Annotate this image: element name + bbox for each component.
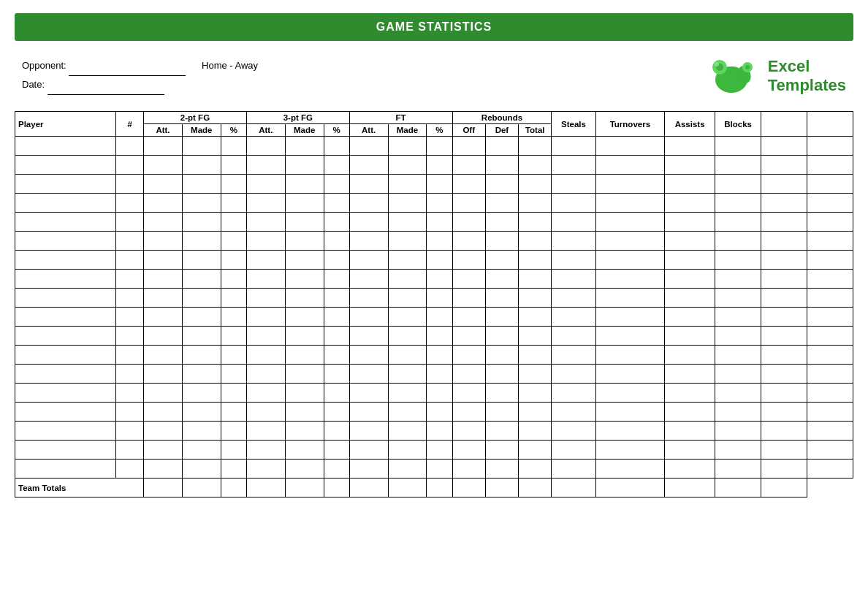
two-pt-group-header: 2-pt FG bbox=[144, 112, 247, 124]
extra-col-2 bbox=[807, 112, 853, 137]
two-pt-pct-header: % bbox=[221, 124, 246, 137]
stats-table: Player # 2-pt FG 3-pt FG FT Rebounds Ste… bbox=[15, 111, 853, 497]
reb-total-header: Total bbox=[519, 124, 552, 137]
three-pt-made-header: Made bbox=[285, 124, 324, 137]
ft-group-header: FT bbox=[349, 112, 452, 124]
ft-pct-header: % bbox=[427, 124, 452, 137]
form-fields: Opponent: Home - Away Date: bbox=[22, 57, 258, 94]
table-row bbox=[15, 251, 853, 270]
totals-label: Team Totals bbox=[15, 479, 144, 497]
table-row bbox=[15, 289, 853, 308]
three-pt-att-header: Att. bbox=[246, 124, 285, 137]
opponent-field: Opponent: Home - Away bbox=[22, 57, 258, 76]
group-header-row: Player # 2-pt FG 3-pt FG FT Rebounds Ste… bbox=[15, 112, 853, 124]
table-row bbox=[15, 365, 853, 384]
num-header: # bbox=[116, 112, 144, 137]
extra-col-1 bbox=[761, 112, 807, 137]
table-row bbox=[15, 232, 853, 251]
table-row bbox=[15, 460, 853, 479]
assists-header: Assists bbox=[665, 112, 715, 137]
page-title: GAME STATISTICS bbox=[15, 13, 853, 41]
table-row bbox=[15, 422, 853, 441]
stats-table-container: Player # 2-pt FG 3-pt FG FT Rebounds Ste… bbox=[0, 105, 868, 505]
svg-point-7 bbox=[745, 65, 750, 69]
table-row bbox=[15, 194, 853, 213]
table-row bbox=[15, 403, 853, 422]
rebounds-group-header: Rebounds bbox=[452, 112, 552, 124]
table-row bbox=[15, 175, 853, 194]
three-pt-pct-header: % bbox=[324, 124, 349, 137]
date-field: Date: bbox=[22, 76, 258, 95]
logo-text: Excel Templates bbox=[768, 57, 846, 96]
totals-row: Team Totals bbox=[15, 479, 853, 497]
opponent-underline bbox=[69, 57, 186, 76]
logo-icon bbox=[709, 54, 761, 98]
two-pt-att-header: Att. bbox=[144, 124, 183, 137]
ft-made-header: Made bbox=[388, 124, 427, 137]
date-underline bbox=[47, 76, 164, 95]
table-row bbox=[15, 441, 853, 460]
table-row bbox=[15, 270, 853, 289]
blocks-header: Blocks bbox=[715, 112, 761, 137]
player-header: Player bbox=[15, 112, 116, 137]
table-row bbox=[15, 156, 853, 175]
reb-def-header: Def bbox=[485, 124, 518, 137]
ft-att-header: Att. bbox=[349, 124, 388, 137]
table-row bbox=[15, 327, 853, 346]
table-row bbox=[15, 384, 853, 403]
steals-header: Steals bbox=[552, 112, 595, 137]
two-pt-made-header: Made bbox=[182, 124, 221, 137]
table-row bbox=[15, 137, 853, 156]
three-pt-group-header: 3-pt FG bbox=[246, 112, 349, 124]
turnovers-header: Turnovers bbox=[595, 112, 664, 137]
table-row bbox=[15, 346, 853, 365]
table-row bbox=[15, 308, 853, 327]
table-row bbox=[15, 213, 853, 232]
logo: Excel Templates bbox=[709, 54, 846, 98]
svg-point-4 bbox=[715, 62, 719, 66]
reb-off-header: Off bbox=[452, 124, 485, 137]
top-info-section: Opponent: Home - Away Date: bbox=[0, 41, 868, 105]
